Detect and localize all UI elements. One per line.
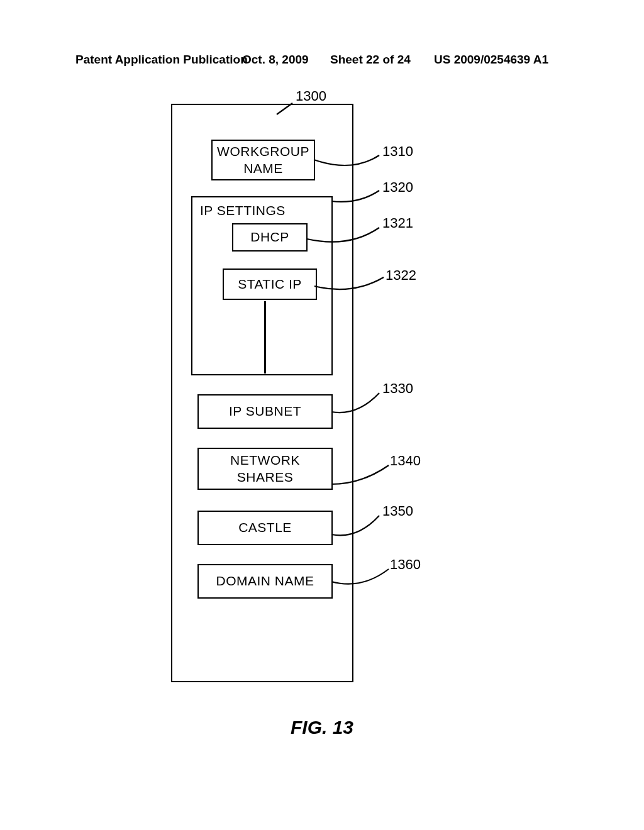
callout-1360: 1360 — [390, 556, 421, 573]
box-static-ip: STATIC IP — [223, 268, 317, 300]
vertical-connector-line — [264, 301, 266, 374]
box-dhcp: DHCP — [232, 223, 308, 252]
page-header: Patent Application Publication Oct. 8, 2… — [75, 53, 594, 67]
callout-1300: 1300 — [296, 88, 326, 104]
ip-settings-label: IP SETTINGS — [200, 202, 286, 219]
box-network-shares: NETWORK SHARES — [197, 448, 333, 490]
figure-label: FIG. 13 — [0, 717, 644, 738]
box-domain-name: DOMAIN NAME — [197, 564, 333, 599]
header-sheet: Sheet 22 of 24 — [330, 53, 411, 67]
header-publication: Patent Application Publication — [75, 53, 248, 67]
callout-1330: 1330 — [382, 380, 413, 397]
box-castle: CASTLE — [197, 511, 333, 545]
callout-1322: 1322 — [386, 267, 416, 284]
callout-1321: 1321 — [382, 215, 413, 231]
callout-1340: 1340 — [390, 453, 421, 469]
callout-1310: 1310 — [382, 143, 413, 160]
box-workgroup-name: WORKGROUP NAME — [211, 140, 315, 180]
header-date: Oct. 8, 2009 — [242, 53, 309, 67]
box-ip-subnet: IP SUBNET — [197, 394, 333, 429]
header-pubno: US 2009/0254639 A1 — [434, 53, 548, 67]
callout-1320: 1320 — [382, 179, 413, 196]
diagram-container: WORKGROUP NAME IP SETTINGS DHCP STATIC I… — [171, 104, 353, 682]
callout-1350: 1350 — [382, 503, 413, 519]
